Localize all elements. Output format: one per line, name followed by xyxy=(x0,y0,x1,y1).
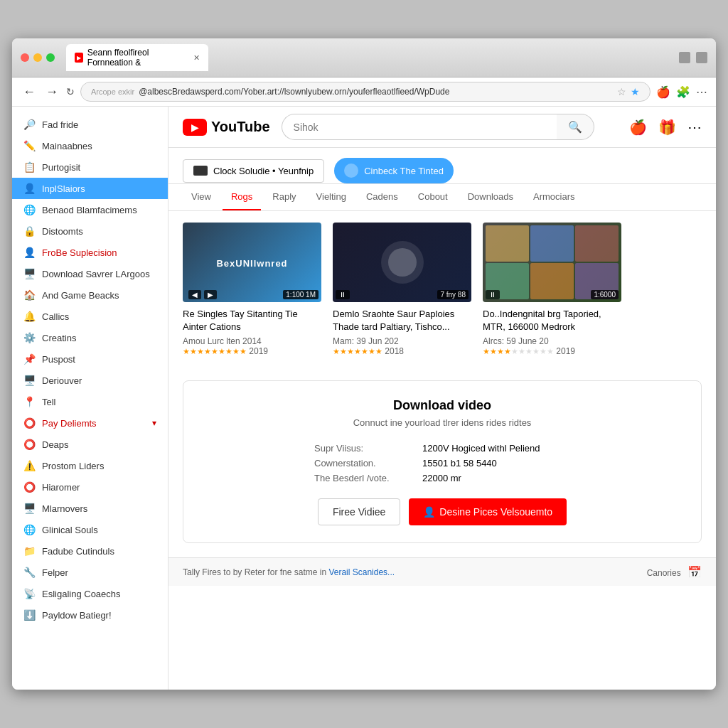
sidebar-item-felper[interactable]: 🔧 Felper xyxy=(12,562,168,583)
video-next-btn[interactable]: ▶ xyxy=(204,290,217,299)
search-input[interactable] xyxy=(282,114,557,140)
back-button[interactable]: ← xyxy=(21,83,38,100)
sidebar-item-download-savrer[interactable]: 🖥️ Download Savrer LArgoos xyxy=(12,263,168,284)
apple-header-icon: 🍎 xyxy=(629,119,647,136)
window-resize-icon[interactable] xyxy=(696,52,707,63)
sidebar-item-callics[interactable]: 🔔 Callics xyxy=(12,306,168,327)
sidebar-item-puspost[interactable]: 📌 Puspost xyxy=(12,348,168,370)
inactive-tab[interactable] xyxy=(208,54,225,61)
sidebar-item-benaod[interactable]: 🌐 Benaod Blamfacimems xyxy=(12,199,168,220)
sidebar-item-inplslaiors[interactable]: 👤 InplSlaiors xyxy=(12,178,168,199)
channel-btn-2[interactable]: Cinbeck The Tinted xyxy=(334,158,454,183)
tab-raply[interactable]: Raply xyxy=(264,184,304,210)
video-info-2: Demlo Sraohte Saur Paploies Thade tard P… xyxy=(333,302,471,362)
more-options-icon[interactable]: ⋯ xyxy=(687,119,702,136)
video-thumbnail-3: ⏸ 1:6000 xyxy=(483,223,621,302)
free-video-button[interactable]: Firee Vidiee xyxy=(318,498,400,525)
sidebar-item-pay-deliemts[interactable]: ⭕ Pay Deliemts ▾ xyxy=(12,412,168,434)
sidebar-item-mlarnovers[interactable]: 🖥️ Mlarnovers xyxy=(12,498,168,519)
sidebar-item-and-game[interactable]: 🏠 And Game Beacks xyxy=(12,284,168,306)
channel-btn-1[interactable]: Clock Soludie • Yeunfnip xyxy=(183,159,324,183)
tab-close-button[interactable]: ✕ xyxy=(193,53,200,63)
detail-value-2: 15501 b1 58 5440 xyxy=(422,458,497,469)
sidebar-label: Callics xyxy=(42,311,69,322)
channel-btn-1-label: Clock Soludie • Yeunfnip xyxy=(213,166,314,176)
sidebar-label: Mlarnovers xyxy=(42,503,87,514)
main-area: YouTube 🔍 🍎 🎁 ⋯ Clock Soludie • Yeunfnip xyxy=(168,107,716,690)
sidebar-item-mainaabnes[interactable]: ✏️ Mainaabnes xyxy=(12,135,168,156)
location-icon: 📍 xyxy=(23,396,35,407)
sidebar-item-esligaling[interactable]: 📡 Esligaling Coaechs xyxy=(12,583,168,604)
grid-cell xyxy=(575,225,619,262)
close-button[interactable] xyxy=(21,53,29,62)
download-icon: ⬇️ xyxy=(23,609,35,621)
sidebar-item-fadube[interactable]: 📁 Fadube Cutinduls xyxy=(12,540,168,562)
traffic-lights xyxy=(21,53,55,62)
channel-header: Clock Soludie • Yeunfnip Cinbeck The Tin… xyxy=(168,148,716,184)
bookmark-icon[interactable]: ☆ xyxy=(617,86,626,97)
forward-button[interactable]: → xyxy=(43,83,60,100)
sidebar-item-deriouver[interactable]: 🖥️ Deriouver xyxy=(12,370,168,391)
video-rating-2: ★★★★★★★ 2018 xyxy=(333,346,471,356)
address-bar[interactable]: Arcope exkir @albescBredawsperd.com/Yobe… xyxy=(80,82,651,102)
search-bar: 🔍 xyxy=(282,114,594,140)
circle3-icon: ⭕ xyxy=(23,481,35,493)
footer-link[interactable]: Verail Scanides... xyxy=(328,567,395,577)
video-channel-2: Mam: 39 Jun 202 xyxy=(333,336,471,346)
video-prev-btn[interactable]: ◀ xyxy=(188,290,201,299)
video-card-2[interactable]: ⏸ 7 fny 88 Demlo Sraohte Saur Paploies T… xyxy=(333,223,471,362)
video-info-1: Re Singles Tay Sitanting Tie Ainter Cati… xyxy=(183,302,321,362)
pause-icon-3: ⏸ xyxy=(486,290,500,299)
search-icon: 🔎 xyxy=(23,119,35,130)
download-details: Supr Viisus: 1200V Hogiced withl Peliend… xyxy=(314,441,570,486)
sidebar-item-prostom[interactable]: ⚠️ Prostom Liders xyxy=(12,455,168,476)
maximize-button[interactable] xyxy=(46,53,55,62)
sidebar-item-fad-ride[interactable]: 🔎 Fad fride xyxy=(12,114,168,135)
video-info-3: Do..Indengnital brg Taporied, MTR, 16600… xyxy=(483,302,621,362)
globe2-icon: 🌐 xyxy=(23,524,35,535)
tab-vielting[interactable]: Vielting xyxy=(308,184,355,210)
footer-text: Tally Fires to by Reter for fne satme in xyxy=(183,567,328,577)
sidebar-item-payldow[interactable]: ⬇️ Payldow Batiegr! xyxy=(12,604,168,626)
tab-armociars[interactable]: Armociars xyxy=(525,184,584,210)
tab-rogs[interactable]: Rogs xyxy=(223,184,261,210)
youtube-logo-text: YouTube xyxy=(211,119,270,135)
sidebar-item-creatins[interactable]: ⚙️ Creatins xyxy=(12,327,168,348)
search-button[interactable]: 🔍 xyxy=(557,114,594,140)
gift-icon[interactable]: 🎁 xyxy=(658,119,676,136)
stars-icon-2: ★★★★★★★ xyxy=(333,347,382,355)
youtube-logo[interactable]: YouTube xyxy=(183,119,270,136)
bookmark-filled-icon[interactable]: ★ xyxy=(631,86,640,97)
tab-cobout[interactable]: Cobout xyxy=(410,184,456,210)
window-minimize-icon[interactable] xyxy=(679,52,690,63)
tab-downloads[interactable]: Downloads xyxy=(459,184,522,210)
sidebar-item-deaps[interactable]: ⭕ Deaps xyxy=(12,434,168,455)
videos-grid: BexUNIlwnred ◀ ▶ 1:100 1M Re Singles Tay… xyxy=(183,223,702,362)
sidebar-item-glinical[interactable]: 🌐 Glinical Souls xyxy=(12,519,168,540)
extensions-icon[interactable]: 🧩 xyxy=(676,85,690,99)
sidebar-item-frobe[interactable]: 👤 FroBe Suplecision xyxy=(12,242,168,263)
video-duration-3: 1:6000 xyxy=(591,290,619,299)
sidebar-item-hiaromer[interactable]: ⭕ Hiaromer xyxy=(12,476,168,498)
minimize-button[interactable] xyxy=(33,53,42,62)
premium-button[interactable]: 👤 Desine Pices Velsouemto xyxy=(409,498,567,525)
refresh-button[interactable]: ↻ xyxy=(66,86,75,97)
active-tab-label: Seann ffeolfireol Fornneation & xyxy=(87,48,186,68)
sidebar-item-tell[interactable]: 📍 Tell xyxy=(12,391,168,412)
header-icons: 🍎 🎁 ⋯ xyxy=(629,119,702,136)
video-card-1[interactable]: BexUNIlwnred ◀ ▶ 1:100 1M Re Singles Tay… xyxy=(183,223,321,362)
tab-view[interactable]: View xyxy=(183,184,220,210)
sidebar-item-distoomts[interactable]: 🔒 Distoomts xyxy=(12,220,168,242)
menu-icon[interactable]: ⋯ xyxy=(696,85,707,99)
sidebar-item-purtogisit[interactable]: 📋 Purtogisit xyxy=(12,156,168,178)
active-tab[interactable]: Seann ffeolfireol Fornneation & ✕ xyxy=(66,44,208,71)
video-card-3[interactable]: ⏸ 1:6000 Do..Indengnital brg Taporied, M… xyxy=(483,223,621,362)
calendar-icon: 📅 xyxy=(687,566,702,578)
detail-row-3: The Besderl /vote. 22000 mr xyxy=(314,471,570,486)
play-btn-2[interactable] xyxy=(381,241,424,284)
detail-label-1: Supr Viisus: xyxy=(314,443,414,454)
video-meta-1: Amou Lurc lten 2014 ★★★★★★★★★ 2019 xyxy=(183,336,321,356)
tab-cadens[interactable]: Cadens xyxy=(358,184,407,210)
sidebar: 🔎 Fad fride ✏️ Mainaabnes 📋 Purtogisit 👤… xyxy=(12,107,168,690)
video-channel-3: Alrcs: 59 June 20 xyxy=(483,336,621,346)
